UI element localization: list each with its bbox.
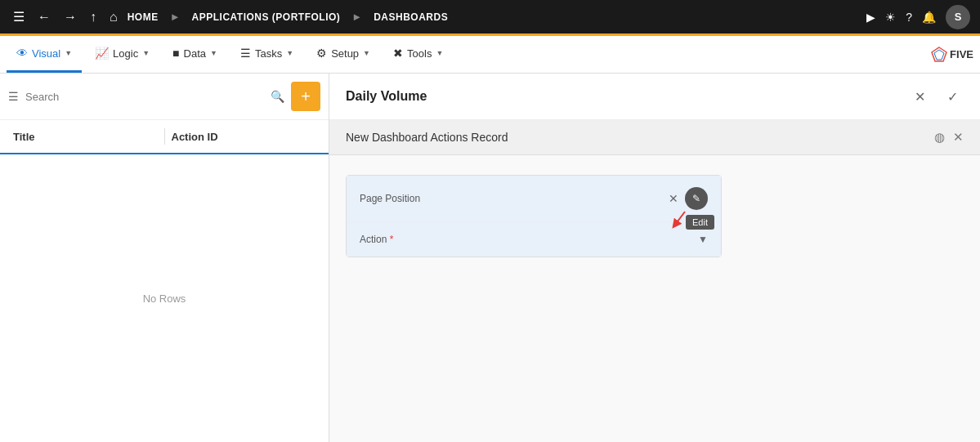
header-actions: ✕ ✓ [908, 85, 964, 108]
svg-line-3 [675, 212, 685, 225]
history-button[interactable]: ◍ [934, 130, 945, 145]
nav-item-tools[interactable]: ✖ Tools ▼ [383, 36, 453, 73]
search-icon-btn[interactable]: 🔍 [271, 90, 284, 103]
edit-tooltip-container: ✎ Edit [685, 187, 708, 210]
breadcrumb-applications[interactable]: APPLICATIONS (PORTFOLIO) [192, 11, 341, 23]
play-icon[interactable]: ▶ [866, 11, 875, 24]
table-header: Title Action ID [0, 120, 329, 154]
sub-header: New Dashboard Actions Record ◍ ✕ [329, 120, 980, 155]
right-panel: Daily Volume ✕ ✓ New Dashboard Actions R… [329, 74, 980, 442]
left-panel: ☰ 🔍 + Title Action ID No Rows [0, 74, 329, 442]
required-marker: * [387, 234, 393, 245]
breadcrumb-arrow-2: ► [351, 11, 362, 23]
nav-item-visual[interactable]: 👁 Visual ▼ [7, 36, 82, 73]
nav-label-setup: Setup [331, 47, 359, 60]
up-icon[interactable]: ↑ [87, 7, 100, 28]
form-area: Page Position ✕ ✎ [329, 155, 980, 442]
logic-arrow: ▼ [142, 49, 150, 57]
add-button[interactable]: + [291, 82, 320, 111]
nav-item-tasks[interactable]: ☰ Tasks ▼ [230, 36, 303, 73]
logic-icon: 📈 [95, 47, 109, 60]
search-icon[interactable]: ☀ [885, 11, 896, 24]
action-dropdown-button[interactable]: ▼ [698, 234, 708, 245]
home-icon[interactable]: ⌂ [106, 7, 121, 28]
page-position-label: Page Position [360, 193, 669, 204]
help-icon[interactable]: ? [906, 11, 912, 24]
form-card: Page Position ✕ ✎ [346, 175, 722, 257]
col-action-id: Action ID [172, 131, 316, 143]
breadcrumb-arrow-1: ► [170, 11, 181, 23]
top-nav: ☰ ← → ↑ ⌂ HOME ► APPLICATIONS (PORTFOLIO… [0, 0, 980, 36]
panel-header: Daily Volume ✕ ✓ [329, 74, 980, 120]
nav-label-visual: Visual [32, 47, 60, 60]
nav-label-tools: Tools [407, 47, 432, 60]
setup-arrow: ▼ [363, 49, 370, 57]
column-divider [164, 128, 165, 145]
bell-icon[interactable]: 🔔 [922, 11, 936, 24]
close-panel-button[interactable]: ✕ [908, 85, 931, 108]
page-position-clear-button[interactable]: ✕ [669, 192, 678, 205]
tools-icon: ✖ [393, 47, 403, 60]
tasks-arrow: ▼ [286, 49, 293, 57]
avatar[interactable]: S [946, 5, 970, 29]
five-logo-icon [930, 46, 948, 64]
nav-label-data: Data [184, 47, 206, 60]
page-position-actions: ✕ ✎ [669, 187, 708, 210]
action-field-actions: ▼ [698, 234, 708, 245]
page-position-edit-button[interactable]: ✎ [685, 187, 708, 210]
sub-actions: ◍ ✕ [934, 130, 964, 145]
menu-icon[interactable]: ☰ [10, 6, 28, 28]
breadcrumb-home[interactable]: HOME [128, 11, 159, 23]
action-label: Action * [360, 234, 698, 245]
data-arrow: ▼ [210, 49, 217, 57]
back-icon[interactable]: ← [34, 7, 54, 28]
no-rows-label: No Rows [0, 154, 329, 442]
visual-icon: 👁 [16, 47, 28, 60]
data-icon: ■ [172, 47, 179, 60]
forward-icon[interactable]: → [60, 7, 80, 28]
five-logo: FIVE [930, 46, 973, 64]
nav-item-logic[interactable]: 📈 Logic ▼ [85, 36, 159, 73]
main-content: ☰ 🔍 + Title Action ID No Rows Daily Volu… [0, 74, 980, 442]
svg-marker-1 [934, 50, 944, 60]
five-logo-text: FIVE [950, 48, 973, 60]
top-nav-right: ▶ ☀ ? 🔔 S [866, 5, 970, 29]
tools-arrow: ▼ [436, 49, 443, 57]
nav-item-data[interactable]: ■ Data ▼ [163, 36, 227, 73]
filter-icon[interactable]: ☰ [8, 90, 19, 103]
nav-item-setup[interactable]: ⚙ Setup ▼ [307, 36, 380, 73]
panel-title: Daily Volume [346, 89, 908, 104]
setup-icon: ⚙ [316, 47, 327, 60]
second-nav: 👁 Visual ▼ 📈 Logic ▼ ■ Data ▼ ☰ Tasks ▼ … [0, 36, 980, 74]
sub-title: New Dashboard Actions Record [346, 131, 934, 144]
page-position-field: Page Position ✕ ✎ [347, 176, 721, 222]
col-title: Title [13, 131, 158, 143]
tasks-icon: ☰ [240, 47, 251, 60]
close-sub-button[interactable]: ✕ [953, 130, 964, 145]
edit-tooltip: Edit [686, 215, 714, 230]
breadcrumb-dashboards[interactable]: DASHBOARDS [374, 11, 448, 23]
confirm-panel-button[interactable]: ✓ [941, 85, 964, 108]
search-input[interactable] [25, 91, 264, 103]
action-field: Action * ▼ [347, 222, 721, 257]
search-bar: ☰ 🔍 + [0, 74, 329, 120]
nav-label-logic: Logic [113, 47, 138, 60]
nav-label-tasks: Tasks [255, 47, 282, 60]
visual-arrow: ▼ [65, 49, 72, 57]
